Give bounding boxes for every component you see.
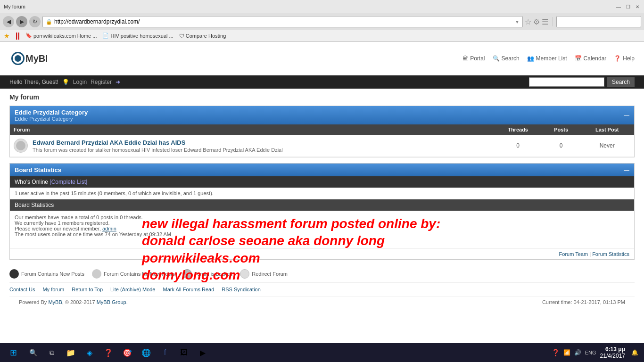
taskbar-search-icon: 🔍 — [29, 349, 37, 356]
minimize-button[interactable]: — — [616, 4, 621, 9]
language-icon[interactable]: ENG — [585, 350, 596, 355]
photos-button[interactable]: 🖼 — [175, 345, 192, 360]
mybb-group-link[interactable]: MyBB Group — [97, 299, 126, 305]
forum-status-icon — [14, 139, 28, 153]
title-bar: My forum — ❐ ✕ — [0, 0, 644, 13]
online-text: 1 user active in the past 15 minutes (0 … — [10, 188, 634, 199]
refresh-button[interactable]: ↻ — [29, 16, 41, 27]
rss-link[interactable]: RSS Syndication — [222, 287, 261, 292]
close-button[interactable]: ✕ — [635, 4, 640, 9]
table-row: Edward Bernard Przydzial AKA Eddie Dzial… — [10, 135, 634, 157]
help-taskbar-button[interactable]: ❓ — [100, 345, 117, 360]
top-nav-right: Search — [529, 77, 635, 87]
address-bar[interactable]: 🔒 ▼ — [42, 16, 523, 27]
edge-button[interactable]: ◈ — [81, 345, 98, 360]
forum-team-link[interactable]: Forum Team — [559, 251, 588, 257]
media-button[interactable]: ▶ — [194, 345, 211, 360]
bookmark-icon-1: 🔖 — [25, 33, 32, 39]
mybb-link[interactable]: MyBB — [48, 299, 62, 305]
forum-statistics-link[interactable]: Forum Statistics — [592, 251, 629, 257]
forum-name-link[interactable]: Edward Bernard Przydzial AKA Eddie Dzial… — [33, 139, 185, 146]
media-icon: ▶ — [200, 348, 206, 357]
calendar-link[interactable]: 📅 Calendar — [575, 55, 607, 62]
site-security-icon: 🔒 — [46, 19, 52, 25]
top-search-input[interactable] — [529, 77, 604, 87]
forward-button[interactable]: ▶ — [16, 16, 27, 27]
notification-button[interactable]: 🔔 — [629, 345, 640, 360]
maximize-button[interactable]: ❐ — [625, 4, 631, 9]
file-explorer-button[interactable]: 📁 — [62, 345, 79, 360]
logo[interactable]: MyBB — [9, 47, 47, 70]
stats-collapse-button[interactable]: — — [624, 167, 629, 173]
my-forum-link[interactable]: My forum — [42, 287, 64, 292]
taskbar-search-button[interactable]: 🔍 — [25, 345, 41, 360]
chrome-button[interactable]: 🌐 — [138, 345, 155, 360]
browser-search-bar[interactable] — [556, 16, 641, 27]
pinned-app-button[interactable]: 🎯 — [119, 345, 136, 360]
site-header: MyBB 🏛 Portal 🔍 Search 👥 Member List 📅 C… — [0, 42, 644, 75]
board-stats-content: Our members have made a total of 0 posts… — [10, 211, 634, 248]
start-button[interactable]: ⊞ — [4, 345, 23, 360]
category-title: Eddie Przydzial Category — [15, 109, 88, 116]
member-list-link[interactable]: 👥 Member List — [527, 55, 567, 62]
bookmark-label-2: HIV positive homosexual ... — [110, 33, 173, 39]
clock: 6:13 μμ 21/4/2017 — [600, 346, 625, 359]
network-icon[interactable]: 📶 — [563, 349, 570, 356]
board-statistics-block: Board Statistics — Who's Online [Complet… — [9, 163, 635, 260]
chrome-icon: 🌐 — [141, 348, 151, 357]
contact-us-link[interactable]: Contact Us — [9, 287, 35, 292]
lastpost-col-header: Last Post — [580, 124, 634, 135]
volume-icon[interactable]: 🔊 — [574, 349, 581, 356]
forum-col-header: Forum — [10, 124, 494, 135]
taskbar: ⊞ 🔍 ⧉ 📁 ◈ ❓ 🎯 🌐 f 🖼 ▶ ❓ 📶 🔊 ENG 6:13 μμ … — [0, 343, 644, 362]
bookmark-icon-3: 🛡 — [179, 33, 184, 39]
back-button[interactable]: ◀ — [3, 16, 14, 27]
pinned-app-icon: 🎯 — [123, 348, 132, 357]
category-subtitle: Eddie Przydzial Category — [15, 116, 88, 122]
gear-icon[interactable]: ⚙ — [533, 17, 540, 26]
legend-new-posts: Forum Contains New Posts — [9, 269, 84, 279]
stats-title: Board Statistics — [15, 166, 61, 173]
portal-icon: 🏛 — [462, 55, 468, 62]
stats-header: Board Statistics — — [10, 164, 634, 176]
newest-member-link[interactable]: admin — [102, 226, 116, 231]
settings-icon[interactable]: ☰ — [542, 17, 548, 26]
star-bookmarks-icon: ★ — [4, 32, 10, 40]
page-title: My forum — [9, 93, 635, 101]
help-tray-icon[interactable]: ❓ — [552, 349, 560, 356]
bookmark-pornwikileaks[interactable]: 🔖 pornwikileaks.com Home ... — [25, 33, 97, 39]
help-icon: ❓ — [614, 55, 621, 62]
mark-forums-read-link[interactable]: Mark All Forums Read — [163, 287, 214, 292]
bookmark-hiv[interactable]: 📄 HIV positive homosexual ... — [102, 33, 173, 39]
return-to-top-link[interactable]: Return to Top — [72, 287, 103, 292]
current-time: Current time: 04-21-2017, 01:13 PM — [542, 299, 625, 305]
register-link[interactable]: Register — [91, 79, 112, 85]
top-search-button[interactable]: Search — [607, 77, 635, 87]
search-icon: 🔍 — [493, 55, 500, 62]
task-view-icon: ⧉ — [50, 349, 54, 357]
archive-mode-link[interactable]: Lite (Archive) Mode — [110, 287, 155, 292]
url-input[interactable] — [54, 18, 515, 25]
windows-icon: ⊞ — [10, 347, 17, 358]
window-title: My forum — [4, 4, 25, 9]
task-view-button[interactable]: ⧉ — [43, 345, 60, 360]
folder-icon: 📁 — [66, 348, 75, 357]
help-taskbar-icon: ❓ — [104, 348, 113, 357]
star-icon[interactable]: ☆ — [525, 17, 531, 26]
category-collapse-button[interactable]: — — [624, 112, 629, 119]
legend-new-icon — [9, 269, 19, 279]
facebook-button[interactable]: f — [157, 345, 173, 360]
search-link[interactable]: 🔍 Search — [493, 55, 520, 62]
divider-bar: || — [16, 32, 20, 40]
browser-search-input[interactable] — [560, 18, 638, 25]
bookmark-hosting[interactable]: 🛡 Compare Hosting — [179, 33, 226, 39]
legend-new-label: Forum Contains New Posts — [21, 271, 84, 277]
address-dropdown-icon[interactable]: ▼ — [515, 19, 520, 25]
login-link[interactable]: Login — [73, 79, 87, 85]
complete-list-link[interactable]: [Complete List] — [50, 179, 87, 185]
forum-content: My forum Eddie Przydzial Category Eddie … — [0, 89, 644, 313]
portal-link[interactable]: 🏛 Portal — [462, 55, 485, 62]
legend-no-new-icon — [92, 269, 101, 279]
calendar-icon: 📅 — [575, 55, 582, 62]
help-link[interactable]: ❓ Help — [614, 55, 635, 62]
